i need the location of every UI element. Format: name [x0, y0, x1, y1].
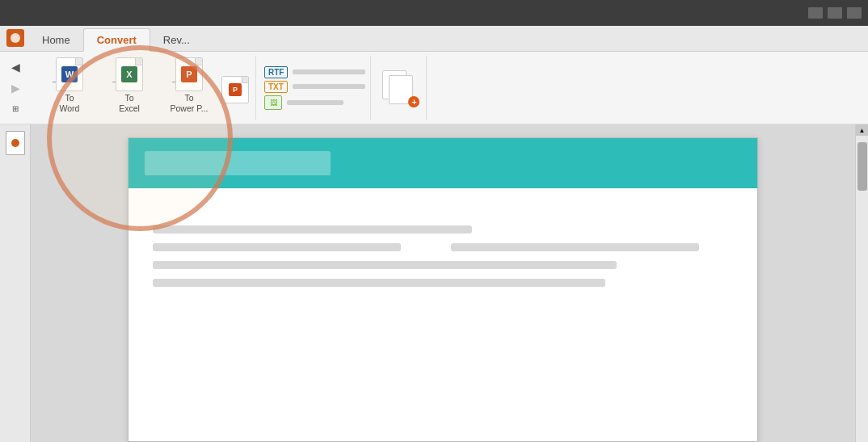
txt-badge[interactable]: TXT: [264, 81, 288, 93]
to-powerpoint-button[interactable]: → P ToPower P...: [160, 59, 218, 117]
document-content: [129, 188, 757, 303]
document-header-band: [129, 138, 757, 188]
txt-desc-line: [293, 84, 365, 89]
to-excel-button[interactable]: → X ToExcel: [100, 59, 158, 117]
main-area: ▲: [0, 124, 868, 442]
scroll-track[interactable]: [856, 136, 869, 442]
txt-row[interactable]: TXT: [264, 81, 365, 93]
page-nav-icon[interactable]: ⊞: [6, 100, 24, 118]
document-view: [31, 124, 855, 442]
minimize-button[interactable]: [808, 7, 823, 19]
content-row-1: [153, 243, 733, 251]
app-logo-inner: [11, 33, 20, 43]
to-ppt-label: ToPower P...: [170, 93, 208, 113]
content-line-3: [451, 243, 699, 251]
content-line-1: [153, 225, 472, 234]
ribbon-toolbar: ◀ ▶ ⊞ → W ToWord → X ToExcel: [0, 52, 868, 124]
scroll-thumb[interactable]: [857, 142, 867, 191]
content-line-2: [153, 243, 401, 251]
excel-doc-icon: → X: [113, 57, 145, 91]
rtf-desc-line: [293, 69, 365, 74]
nav-forward-icon[interactable]: ▶: [6, 79, 24, 97]
rtf-badge[interactable]: RTF: [264, 66, 288, 78]
nav-back-icon[interactable]: ◀: [6, 58, 24, 76]
word-doc-icon: → W: [53, 57, 86, 91]
scrollbar[interactable]: ▲: [855, 124, 868, 442]
ribbon-tabs: Home Convert Rev...: [0, 26, 868, 52]
convert-group: → W ToWord → X ToExcel → P: [34, 56, 256, 120]
scroll-up-button[interactable]: ▲: [856, 124, 869, 136]
content-line-5: [153, 279, 605, 287]
page-thumbnail-panel: [0, 124, 31, 442]
ppt-doc-page: P: [175, 57, 203, 91]
word-doc-page: W: [56, 57, 83, 91]
ppt2-logo: P: [229, 83, 242, 96]
ppt-doc-icon: → P: [173, 57, 205, 91]
document-page: [128, 137, 758, 442]
copy-group: +: [374, 56, 427, 120]
content-col-right: [451, 243, 733, 251]
maximize-button[interactable]: [828, 7, 842, 19]
quick-access-bar: ◀ ▶ ⊞: [6, 58, 24, 118]
rtf-row[interactable]: RTF: [264, 66, 365, 78]
tab-convert[interactable]: Convert: [83, 28, 150, 52]
to-word-label: ToWord: [60, 93, 80, 113]
page-thumbnail-1[interactable]: [6, 131, 25, 155]
img-desc-line: [287, 100, 343, 105]
document-header-title: [145, 151, 331, 175]
close-button[interactable]: [847, 7, 862, 19]
ppt-logo: P: [181, 66, 197, 82]
tab-home[interactable]: Home: [29, 29, 83, 51]
content-col-left: [153, 243, 435, 251]
page-thumb-logo: [11, 139, 19, 147]
excel-doc-page: X: [116, 57, 143, 91]
tab-review[interactable]: Rev...: [150, 29, 203, 51]
to-excel-label: ToExcel: [119, 93, 140, 113]
img-badge[interactable]: 🖼: [264, 95, 282, 110]
ppt-variant-button[interactable]: P: [221, 76, 249, 103]
content-line-4: [153, 261, 617, 269]
word-logo: W: [61, 66, 78, 82]
copy-icon-stack[interactable]: +: [381, 69, 419, 107]
copy-plus-icon: +: [408, 96, 419, 107]
app-logo: [6, 29, 24, 47]
to-word-button[interactable]: → W ToWord: [40, 59, 99, 117]
title-bar: [0, 0, 868, 26]
img-row[interactable]: 🖼: [264, 95, 365, 110]
rtf-group: RTF TXT 🖼: [259, 56, 371, 120]
excel-logo: X: [121, 66, 137, 82]
